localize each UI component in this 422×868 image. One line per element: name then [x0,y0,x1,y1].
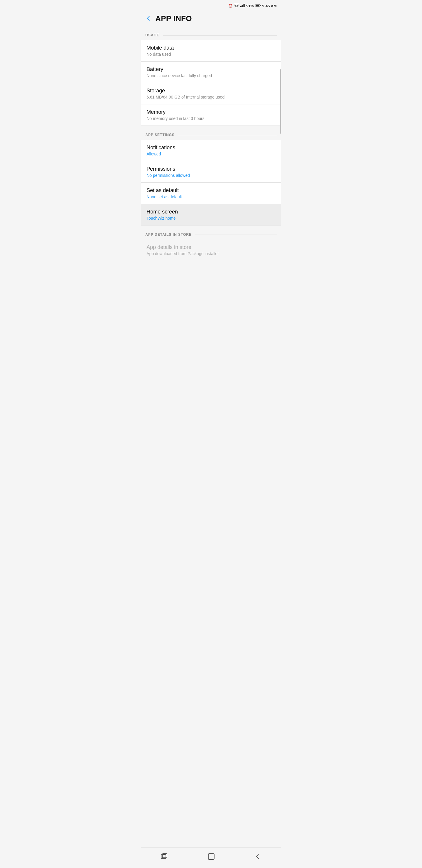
permissions-item[interactable]: Permissions No permissions allowed [141,161,281,183]
home-screen-item[interactable]: Home screen TouchWiz home [141,204,281,225]
svg-point-0 [236,6,237,7]
memory-title: Memory [147,109,275,115]
permissions-title: Permissions [147,166,275,172]
set-as-default-title: Set as default [147,187,275,193]
app-details-divider [195,235,277,235]
svg-rect-4 [243,4,244,7]
notifications-item[interactable]: Notifications Allowed [141,140,281,161]
mobile-data-title: Mobile data [147,45,275,51]
usage-label: USAGE [145,33,159,37]
svg-rect-5 [245,4,245,7]
battery-subtitle: None since device last fully charged [147,73,275,78]
home-screen-title: Home screen [147,209,275,215]
battery-icon [256,4,261,8]
svg-rect-3 [242,5,243,7]
storage-subtitle: 6.61 MB/64.00 GB of Internal storage use… [147,95,275,99]
svg-rect-2 [241,6,242,7]
app-details-subtitle: App downloaded from Package installer [147,251,275,256]
svg-rect-11 [208,854,214,860]
back-nav-button[interactable] [254,853,261,862]
usage-divider [163,35,277,35]
app-details-in-store-item: App details in store App downloaded from… [141,240,281,261]
scroll-track [280,10,281,844]
app-settings-label: APP SETTINGS [145,133,175,137]
notifications-title: Notifications [147,145,275,151]
usage-section-header: USAGE [141,27,281,40]
home-button[interactable] [208,853,215,862]
set-as-default-item[interactable]: Set as default None set as default [141,183,281,204]
page-title: APP INFO [155,14,192,23]
mobile-data-subtitle: No data used [147,52,275,57]
storage-title: Storage [147,88,275,94]
wifi-icon [234,4,239,8]
app-settings-divider [178,135,277,135]
scroll-thumb [280,69,281,134]
app-header: APP INFO [141,10,281,27]
battery-percent: 91% [247,4,254,8]
set-as-default-subtitle: None set as default [147,194,275,199]
memory-subtitle: No memory used in last 3 hours [147,116,275,121]
app-details-section-header: APP DETAILS IN STORE [141,225,281,240]
recent-apps-button[interactable] [161,853,168,862]
app-details-title: App details in store [147,244,275,250]
app-settings-section-header: APP SETTINGS [141,126,281,140]
battery-title: Battery [147,66,275,72]
bottom-nav [141,847,281,868]
svg-rect-7 [260,5,261,6]
memory-item[interactable]: Memory No memory used in last 3 hours [141,104,281,126]
svg-rect-1 [240,6,241,7]
signal-icon [240,4,245,8]
scroll-content: USAGE Mobile data No data used Battery N… [141,27,281,847]
time: 9:45 AM [262,4,277,8]
alarm-icon: ⏰ [228,4,233,8]
notifications-subtitle: Allowed [147,152,275,156]
home-screen-subtitle: TouchWiz home [147,216,275,220]
storage-item[interactable]: Storage 6.61 MB/64.00 GB of Internal sto… [141,83,281,104]
status-bar: ⏰ 91% 9:45 A [141,0,281,10]
mobile-data-item[interactable]: Mobile data No data used [141,40,281,62]
app-details-label: APP DETAILS IN STORE [145,232,192,237]
svg-rect-8 [256,5,259,6]
permissions-subtitle: No permissions allowed [147,173,275,178]
back-button[interactable] [145,15,152,23]
battery-item[interactable]: Battery None since device last fully cha… [141,62,281,83]
status-icons: ⏰ 91% 9:45 A [228,4,277,8]
